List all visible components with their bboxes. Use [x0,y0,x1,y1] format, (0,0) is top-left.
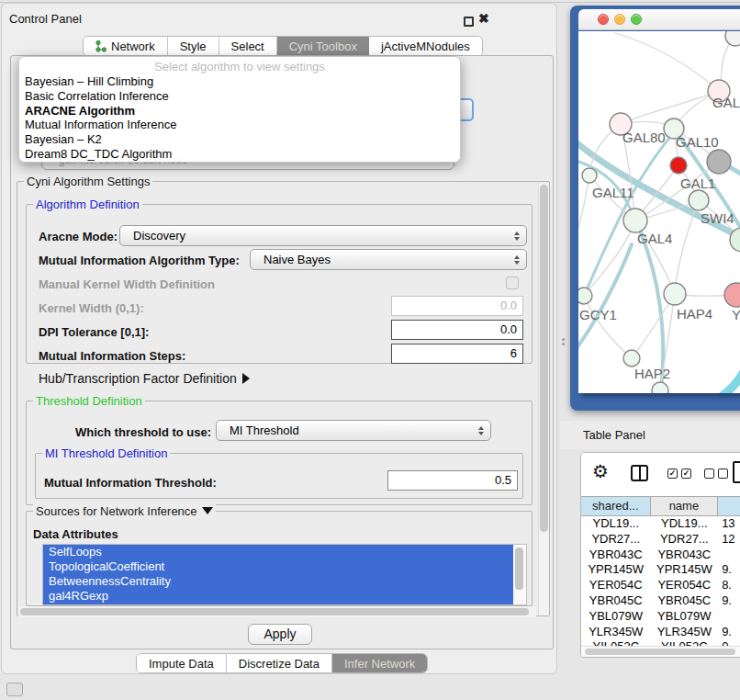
table-row[interactable]: YLR345WYLR345W9. [581,625,740,640]
network-node-node-red[interactable] [670,157,687,174]
control-panel: Control Panel ✖ NetworkStyleSelectCyni T… [1,3,557,674]
table-cell: YLR345W [651,625,719,640]
table-scrollbar-thumb[interactable] [585,649,735,655]
table-row[interactable]: YDL19...YDL19...13 [581,516,740,532]
network-node-gal1[interactable] [689,190,709,210]
tab-jactivemnodules[interactable]: jActiveMNodules [369,37,482,56]
node-label-gal: GAL [712,95,740,110]
table-row[interactable]: YER054CYER054C8. [581,578,740,593]
tab-label: Infer Network [344,657,415,671]
attributes-scrollbar-thumb[interactable] [515,548,523,590]
table-row[interactable]: YBL079WYBL079W [581,609,740,625]
kernel-width-field[interactable]: 0.0 [391,296,523,316]
table-row[interactable]: YBR045CYBR045C9. [581,593,740,609]
attribute-item[interactable]: SelfLoops [43,545,513,559]
window-zoom-icon[interactable] [631,14,642,25]
network-edge[interactable] [615,33,719,91]
tab-cyni-toolbox[interactable]: Cyni Toolbox [277,37,369,56]
window-close-icon[interactable] [598,14,609,25]
float-icon[interactable] [464,17,474,27]
table-cell: YER054C [651,578,719,593]
column-header-name[interactable]: name [651,497,719,515]
deselect-all-icon[interactable] [704,469,728,479]
algorithm-option[interactable]: Dream8 DC_TDC Algorithm [19,147,460,162]
columns-icon[interactable] [631,465,648,481]
algorithm-option[interactable]: Bayesian – K2 [19,132,460,147]
table-panel-header: Table Panel [560,421,740,449]
combo-arrows-icon [511,231,526,241]
aracne-mode-label: Aracne Mode: [39,230,118,243]
network-edge[interactable] [578,175,589,244]
table-row[interactable]: YIL052CYIL052C0. [581,639,740,646]
node-label-gal10: GAL10 [676,134,719,150]
network-canvas[interactable]: GALGAL80GAL10GAL11GAL1SWI4GAL4GCY1HAP4YH… [578,31,740,393]
data-attributes-list[interactable]: SelfLoopsTopologicalCoefficientBetweenne… [42,544,527,605]
mi-type-value: Naive Bayes [251,253,511,266]
attribute-item[interactable]: TopologicalCoefficient [43,559,513,574]
sources-group-title[interactable]: Sources for Network Inference [33,504,216,518]
node-label-gal80: GAL80 [622,130,666,145]
tab-impute-data[interactable]: Impute Data [137,654,227,672]
network-node-gcy1[interactable] [578,288,592,304]
manual-kernel-checkbox[interactable] [506,277,519,289]
table-row[interactable]: YPR145WYPR145W9. [581,562,740,578]
tab-label: Discretize Data [239,657,320,671]
settings-horizontal-scrollbar-thumb[interactable] [20,608,529,615]
algorithm-option[interactable]: Basic Correlation Inference [19,89,460,104]
which-threshold-combo[interactable]: MI Threshold [216,420,491,441]
table-horizontal-scrollbar[interactable] [581,646,740,657]
algorithm-option[interactable]: ARACNE Algorithm [19,104,460,119]
tab-discretize-data[interactable]: Discretize Data [227,654,332,672]
attribute-item[interactable]: BetweennessCentrality [43,574,513,589]
settings-vertical-scrollbar[interactable] [538,183,549,615]
tab-infer-network[interactable]: Infer Network [332,654,427,672]
node-label-y: Y [732,307,740,322]
tab-style[interactable]: Style [168,37,219,56]
aracne-mode-combo[interactable]: Discovery [119,225,527,246]
network-window-titlebar[interactable] [578,9,740,30]
panel-grip-icon[interactable] [6,683,23,696]
close-icon[interactable]: ✖ [478,11,489,26]
network-node-node-pink-right[interactable] [724,283,740,307]
attribute-item[interactable]: gal4RGexp [43,589,513,604]
table-panel-title: Table Panel [583,428,645,442]
dpi-tolerance-field[interactable]: 0.0 [391,320,523,340]
mi-steps-field[interactable]: 6 [391,344,523,364]
tab-select[interactable]: Select [219,37,277,56]
tab-network[interactable]: Network [84,37,168,56]
select-all-icon[interactable]: ✓✓ [667,469,691,479]
column-header-cut[interactable] [718,497,740,515]
algorithm-option[interactable]: Bayesian – Hill Climbing [19,74,460,89]
mi-threshold-field[interactable]: 0.5 [387,470,518,491]
node-label-hap2: HAP2 [634,366,670,381]
settings-vertical-scrollbar-thumb[interactable] [540,185,548,532]
apply-button[interactable]: Apply [248,624,312,645]
export-table-icon[interactable] [733,461,740,483]
network-node-node-bottom[interactable] [652,382,668,393]
network-node-gal11[interactable] [582,168,597,183]
table-row[interactable]: YBR043CYBR043C [581,548,740,563]
column-header-shared-[interactable]: shared... [581,497,651,515]
network-edge[interactable] [714,351,740,393]
mi-steps-label: Mutual Information Steps: [39,349,185,363]
hub-definition-toggle[interactable]: Hub/Transcription Factor Definition [39,371,250,386]
tab-label: Style [180,40,207,53]
table-cell: YBR045C [581,593,651,609]
which-threshold-value: MI Threshold [217,423,476,437]
settings-horizontal-scrollbar[interactable] [18,606,536,617]
panel-divider-handle[interactable] [562,336,566,347]
table-row[interactable]: YDR27...YDR27...12 [581,532,740,548]
window-minimize-icon[interactable] [614,14,625,25]
network-node-hap4[interactable] [664,283,686,305]
algorithm-option[interactable]: Mutual Information Inference [19,118,460,132]
network-node-hap2[interactable] [623,350,640,367]
manual-kernel-label: Manual Kernel Width Definition [39,277,215,291]
network-node-gal4[interactable] [623,209,647,232]
network-node-node-top-right[interactable] [725,31,740,46]
network-node-node-gray[interactable] [707,150,731,174]
combo-arrows-icon [476,426,490,435]
table-cell: YPR145W [581,562,651,578]
attributes-scrollbar[interactable] [513,546,525,604]
gear-icon[interactable]: ⚙ [592,462,609,480]
mi-type-combo[interactable]: Naive Bayes [250,249,527,270]
